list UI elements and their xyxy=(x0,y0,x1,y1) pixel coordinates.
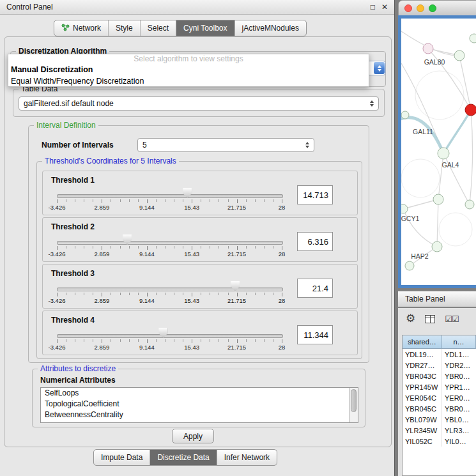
table-cell[interactable]: YDR2… xyxy=(442,360,476,371)
combo-spinner-icon[interactable] xyxy=(374,62,385,74)
network-node[interactable] xyxy=(438,148,449,159)
close-window-icon[interactable]: ✕ xyxy=(381,3,388,12)
checkbox-icon: ☑ xyxy=(452,314,459,324)
table-cell[interactable]: YLR3… xyxy=(442,425,476,436)
slider-thumb[interactable] xyxy=(123,234,132,245)
slider-thumb[interactable] xyxy=(231,281,240,291)
slider-scale: -3.426 2.859 9.144 15.43 21.715 28 xyxy=(57,293,282,307)
table-header-row: shared… n… xyxy=(403,335,476,349)
column-header-shared-name[interactable]: shared… xyxy=(403,335,442,349)
combo-spinner-icon[interactable] xyxy=(302,142,309,148)
table-cell[interactable]: YDL19… xyxy=(403,349,442,360)
list-item[interactable]: TopologicalCoefficient xyxy=(41,399,358,410)
minimize-button[interactable] xyxy=(417,4,424,12)
close-button[interactable] xyxy=(404,4,412,12)
table-cell[interactable]: YPR145W xyxy=(403,381,442,392)
table-row[interactable]: YBR043CYBR0… xyxy=(403,371,476,381)
network-node[interactable] xyxy=(433,194,443,204)
number-of-intervals-combobox[interactable]: 5 xyxy=(137,138,314,152)
tab-impute-data[interactable]: Impute Data xyxy=(94,450,150,465)
tick-label: 28 xyxy=(279,204,286,211)
table-cell[interactable]: YER0… xyxy=(442,392,476,403)
table-cell[interactable]: YIL0… xyxy=(442,436,476,447)
network-node[interactable] xyxy=(423,43,433,54)
tab-select[interactable]: Select xyxy=(141,20,176,36)
gear-icon[interactable]: ⚙ xyxy=(406,313,415,325)
table-cell[interactable]: YIL052C xyxy=(403,436,442,447)
table-row[interactable]: YPR145WYPR1… xyxy=(403,381,476,392)
table-cell[interactable]: YBR0… xyxy=(442,403,476,414)
list-item[interactable]: SelfLoops xyxy=(41,388,358,399)
table-row[interactable]: YDR27…YDR2… xyxy=(403,360,476,371)
list-scrollbar[interactable] xyxy=(349,388,358,422)
tick-label: 21.715 xyxy=(227,344,246,351)
network-icon xyxy=(61,24,70,33)
tab-cyni-toolbox[interactable]: Cyni Toolbox xyxy=(176,20,234,36)
table-cell[interactable]: YBL079W xyxy=(403,414,442,425)
threshold-4-value-input[interactable] xyxy=(297,325,333,344)
network-node[interactable] xyxy=(405,261,414,270)
threshold-4-panel: Threshold 4 -3.426 2.859 9.144 15.43 21.… xyxy=(42,311,358,355)
tab-discretize-data[interactable]: Discretize Data xyxy=(150,450,217,465)
select-columns-icon[interactable]: ☑☑ xyxy=(445,314,458,324)
network-node[interactable] xyxy=(454,50,464,61)
table-cell[interactable]: YLR345W xyxy=(403,425,442,436)
tab-label: Style xyxy=(116,24,133,33)
network-canvas[interactable]: GAL80 GAL11 GAL4 GCY1 HAP2 xyxy=(398,15,476,288)
table-cell[interactable]: YBR043C xyxy=(403,371,442,381)
threshold-4-slider[interactable] xyxy=(57,334,283,338)
network-node[interactable] xyxy=(465,200,474,209)
table-row[interactable]: YDL19…YDL1… xyxy=(403,349,476,360)
columns-icon[interactable] xyxy=(425,315,435,323)
checkbox-icon: ☑ xyxy=(445,314,452,324)
table-cell[interactable]: YPR1… xyxy=(442,381,476,392)
tab-style[interactable]: Style xyxy=(109,20,141,36)
tab-infer-network[interactable]: Infer Network xyxy=(217,450,277,465)
threshold-label: Threshold 2 xyxy=(51,222,95,231)
table-data-combobox[interactable]: galFiltered.sif default node xyxy=(19,96,379,111)
tick-label: 21.715 xyxy=(227,297,246,304)
table-row[interactable]: YIL052CYIL0… xyxy=(403,436,476,447)
table-cell[interactable]: YER054C xyxy=(403,392,442,403)
threshold-2-slider[interactable] xyxy=(57,241,283,245)
slider-thumb[interactable] xyxy=(158,328,167,338)
tick-label: 9.144 xyxy=(139,204,155,211)
network-view-window: GAL80 GAL11 GAL4 GCY1 HAP2 xyxy=(398,0,476,288)
threshold-1-value-input[interactable] xyxy=(297,185,333,204)
network-node[interactable] xyxy=(470,34,476,43)
table-cell[interactable]: YDR27… xyxy=(403,360,442,371)
table-cell[interactable]: YBL0… xyxy=(442,414,476,425)
numerical-attributes-list: SelfLoops TopologicalCoefficient Between… xyxy=(40,387,358,423)
network-node[interactable] xyxy=(401,204,408,213)
zoom-button[interactable] xyxy=(429,4,436,12)
table-row[interactable]: YBL079WYBL0… xyxy=(403,414,476,425)
table-row[interactable]: YER054CYER0… xyxy=(403,392,476,403)
selected-network-node[interactable] xyxy=(465,104,476,116)
dropdown-item-equal-width-frequency[interactable]: Equal Width/Frequency Discretization xyxy=(8,75,369,87)
scrollbar-thumb[interactable] xyxy=(351,389,357,412)
list-item[interactable]: BetweennessCentrality xyxy=(41,410,358,420)
column-header-name[interactable]: n… xyxy=(442,335,476,349)
combo-spinner-icon[interactable] xyxy=(366,100,374,107)
apply-button[interactable]: Apply xyxy=(172,429,214,443)
tab-network[interactable]: Network xyxy=(54,20,109,36)
dropdown-item-manual-discretization[interactable]: Manual Discretization xyxy=(8,64,369,75)
tab-jactivemnodules[interactable]: jActiveMNodules xyxy=(235,20,306,36)
float-window-icon[interactable]: □ xyxy=(371,3,375,12)
network-node[interactable] xyxy=(432,242,442,252)
table-cell[interactable]: YDL1… xyxy=(442,349,476,360)
table-cell[interactable]: YBR045C xyxy=(403,403,442,414)
table-toolbar: ⚙ ☑☑ xyxy=(406,312,459,325)
network-highlight-edges xyxy=(401,110,471,153)
threshold-3-slider[interactable] xyxy=(57,288,283,291)
bottom-tab-bar: Impute Data Discretize Data Infer Networ… xyxy=(93,449,277,466)
table-cell[interactable]: YBR0… xyxy=(442,371,476,381)
threshold-1-slider[interactable] xyxy=(57,194,283,198)
table-row[interactable]: YBR045CYBR0… xyxy=(403,403,476,414)
interval-definition-group: Interval Definition Number of Intervals … xyxy=(28,125,369,363)
threshold-2-value-input[interactable] xyxy=(297,232,333,251)
network-node[interactable] xyxy=(401,111,409,119)
slider-thumb[interactable] xyxy=(183,188,192,198)
threshold-3-value-input[interactable] xyxy=(297,279,333,298)
table-row[interactable]: YLR345WYLR3… xyxy=(403,425,476,436)
